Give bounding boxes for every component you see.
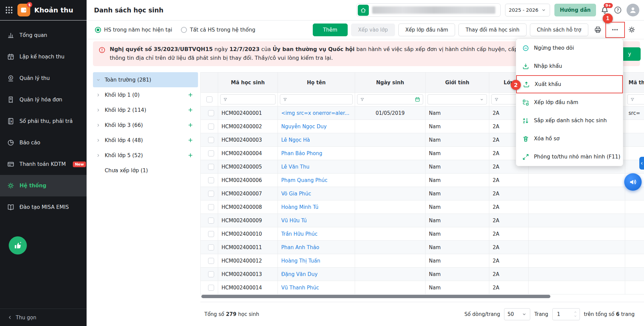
add-class-button[interactable] bbox=[188, 92, 193, 98]
student-name-link[interactable]: Phan Bảo Phong bbox=[281, 150, 322, 156]
sidebar-item-dao-tao-misa-emis[interactable]: Đào tạo MISA EMIS bbox=[0, 196, 87, 218]
home-icon[interactable] bbox=[358, 5, 369, 16]
thay-doi-ma-hoc-sinh-button[interactable]: Thay đổi mã học sinh bbox=[458, 24, 526, 36]
tree-item[interactable]: Khối lớp 5 (52) bbox=[93, 148, 198, 163]
add-class-button[interactable] bbox=[188, 122, 193, 128]
them-button[interactable]: Thêm bbox=[313, 24, 348, 36]
row-checkbox[interactable] bbox=[208, 137, 214, 143]
row-checkbox[interactable] bbox=[208, 110, 214, 116]
sidebar-item-tong-quan[interactable]: Tổng quan bbox=[0, 25, 87, 46]
student-scope-radio[interactable]: HS trong năm học hiện tại bbox=[95, 27, 172, 33]
app-logo[interactable]: $ bbox=[17, 4, 30, 16]
student-scope-radio[interactable]: Tất cả HS trong hệ thống bbox=[181, 27, 255, 33]
filter-input[interactable] bbox=[280, 94, 353, 104]
school-year-select[interactable]: 2025 - 2026 bbox=[505, 4, 550, 16]
add-class-button[interactable] bbox=[188, 152, 193, 158]
grid-settings-button[interactable] bbox=[626, 23, 638, 37]
row-checkbox[interactable] bbox=[208, 231, 214, 237]
menu-item-xep-lop-dau-nam[interactable]: Xếp lớp đầu năm bbox=[516, 93, 623, 111]
guide-button[interactable]: Hướng dẫn bbox=[554, 4, 596, 16]
panel-expander-tab[interactable] bbox=[639, 157, 644, 170]
school-search-combobox[interactable] bbox=[356, 3, 501, 17]
student-name-link[interactable]: Nguyễn Ngọc Duy bbox=[281, 124, 327, 130]
row-checkbox[interactable] bbox=[208, 124, 214, 130]
tree-item[interactable]: Khối lớp 2 (114) bbox=[93, 102, 198, 118]
menu-item-phong-to-thu-nho-man-hinh[interactable]: Phóng to/thu nhỏ màn hình (F11) bbox=[516, 148, 623, 166]
xep-lop-dau-nam-button[interactable]: Xếp lớp đầu năm bbox=[398, 24, 455, 36]
menu-item-xuat-khau[interactable]: Xuất khẩu bbox=[516, 75, 623, 93]
row-checkbox[interactable] bbox=[208, 204, 214, 210]
chevron-right-icon[interactable] bbox=[96, 153, 105, 158]
page-spinner[interactable] bbox=[574, 310, 577, 318]
calendar-icon[interactable] bbox=[415, 97, 420, 102]
student-name-link[interactable]: Vũ Hữu Tú bbox=[281, 218, 307, 224]
announcement-fab[interactable] bbox=[624, 173, 642, 191]
sidebar-item-so-phai-thu-phai-tra[interactable]: $Sổ phải thu, phải trả bbox=[0, 110, 87, 132]
page-number-input[interactable]: 1 bbox=[552, 308, 580, 320]
tree-item[interactable]: Toàn trường (281) bbox=[93, 72, 198, 87]
chevron-right-icon[interactable] bbox=[96, 123, 105, 128]
student-name-link[interactable]: Võ Gia Phúc bbox=[281, 191, 311, 197]
filter-select[interactable] bbox=[428, 94, 487, 104]
student-name-link[interactable]: Đặng Văn Duy bbox=[281, 271, 317, 277]
column-header[interactable]: Họ tên bbox=[278, 73, 355, 93]
select-all-checkbox[interactable] bbox=[206, 96, 212, 102]
menu-item-ngung-theo-doi[interactable]: Ngừng theo dõi bbox=[516, 39, 623, 57]
rows-per-page-select[interactable]: 50 bbox=[504, 308, 530, 320]
row-checkbox[interactable] bbox=[208, 191, 214, 197]
add-class-button[interactable] bbox=[188, 137, 193, 143]
row-checkbox[interactable] bbox=[208, 150, 214, 156]
row-checkbox[interactable] bbox=[208, 164, 214, 170]
filter-input[interactable] bbox=[627, 94, 644, 104]
student-name-link[interactable]: Hoàng Thị Tuấn bbox=[281, 258, 320, 264]
chevron-right-icon[interactable] bbox=[96, 92, 105, 98]
row-checkbox[interactable] bbox=[208, 244, 214, 250]
column-header[interactable]: Mã thố bbox=[625, 73, 644, 93]
sidebar-collapse-button[interactable]: Thu gọn bbox=[0, 309, 87, 326]
sidebar-item-bao-cao[interactable]: Báo cáo bbox=[0, 132, 87, 153]
row-checkbox[interactable] bbox=[208, 218, 214, 224]
chevron-down-icon[interactable] bbox=[96, 77, 105, 83]
menu-item-xoa-ho-so[interactable]: Xóa hồ sơ bbox=[516, 130, 623, 148]
tree-item[interactable]: Chưa xếp lớp (1) bbox=[93, 163, 198, 178]
menu-item-nhap-khau[interactable]: Nhập khẩu bbox=[516, 57, 623, 75]
student-name-link[interactable]: Trần Hữu Phúc bbox=[281, 231, 317, 237]
xep-vao-lop-button[interactable]: Xếp vào lớp bbox=[351, 24, 395, 36]
student-name-link[interactable]: Vũ Thanh Phúc bbox=[281, 285, 319, 291]
student-name-link[interactable]: <img src=x onerror=aler... bbox=[281, 110, 349, 116]
column-header[interactable]: Ngày sinh bbox=[355, 73, 426, 93]
feedback-fab[interactable] bbox=[9, 236, 27, 254]
column-header[interactable]: Giới tính bbox=[426, 73, 489, 93]
more-actions-button[interactable]: 1 bbox=[607, 23, 622, 37]
sidebar-item-quan-ly-thu[interactable]: $Quản lý thu bbox=[0, 67, 87, 89]
student-name-link[interactable]: Lê Văn Thu bbox=[281, 164, 309, 170]
filter-input[interactable] bbox=[357, 94, 423, 104]
app-launcher-button[interactable] bbox=[5, 6, 13, 14]
user-avatar[interactable] bbox=[627, 4, 639, 16]
sidebar-item-quan-ly-hoa-don[interactable]: Quản lý hóa đơn bbox=[0, 89, 87, 110]
row-checkbox[interactable] bbox=[208, 177, 214, 183]
row-checkbox[interactable] bbox=[208, 271, 214, 277]
chevron-right-icon[interactable] bbox=[96, 107, 105, 113]
tree-item[interactable]: Khối lớp 4 (48) bbox=[93, 133, 198, 148]
tree-item[interactable]: Khối lớp 3 (66) bbox=[93, 118, 198, 133]
sidebar-item-thanh-toan-kdtm[interactable]: Thanh toán KDTMNew bbox=[0, 153, 87, 175]
sidebar-item-lap-ke-hoach-thu[interactable]: $Lập kế hoạch thu bbox=[0, 46, 87, 67]
horizontal-scrollbar[interactable] bbox=[201, 295, 550, 298]
help-button[interactable]: ? bbox=[613, 6, 622, 14]
student-name-link[interactable]: Hoàng Minh Tú bbox=[281, 204, 318, 210]
filter-input[interactable] bbox=[220, 94, 276, 104]
row-checkbox[interactable] bbox=[208, 258, 214, 264]
student-name-link[interactable]: Phan Anh Thảo bbox=[281, 244, 319, 250]
print-button[interactable] bbox=[592, 23, 604, 37]
tree-item[interactable]: Khối lớp 1 (0) bbox=[93, 87, 198, 102]
menu-item-sap-xep-danh-sach-hoc-sinh[interactable]: AZSắp xếp danh sách học sinh bbox=[516, 111, 623, 130]
student-name-link[interactable]: Phạm Quang Phúc bbox=[281, 177, 328, 183]
student-name-link[interactable]: Lê Ngọc Hà bbox=[281, 137, 310, 143]
chinh-sach-ho-tro-button[interactable]: Chính sách hỗ trợ bbox=[530, 24, 588, 36]
add-class-button[interactable] bbox=[188, 107, 193, 113]
column-header[interactable]: Mã học sinh bbox=[218, 73, 278, 93]
row-checkbox[interactable] bbox=[208, 285, 214, 291]
sidebar-item-he-thong[interactable]: Hệ thống bbox=[0, 175, 87, 196]
chevron-right-icon[interactable] bbox=[96, 138, 105, 143]
